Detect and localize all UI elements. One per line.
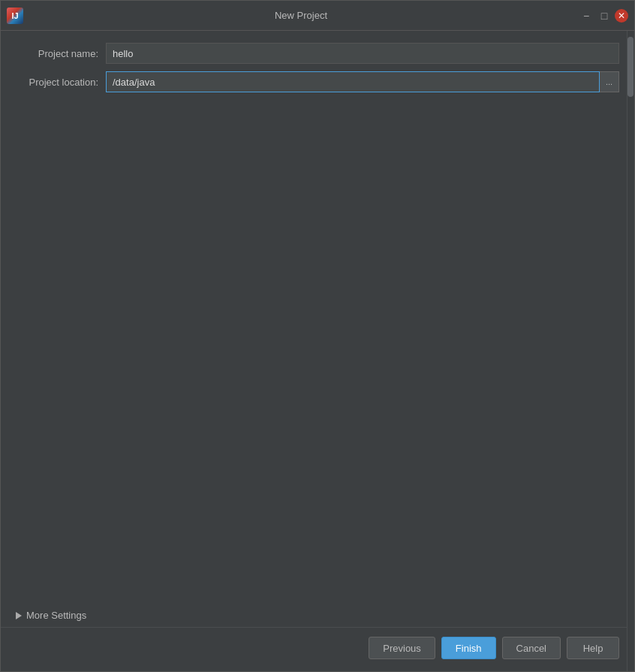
more-settings-label: More Settings	[26, 610, 86, 621]
project-name-input[interactable]	[106, 43, 619, 64]
project-location-label: Project location:	[16, 77, 106, 88]
project-location-input[interactable]	[106, 71, 600, 92]
more-settings-triangle-icon	[16, 612, 22, 619]
new-project-dialog: IJ New Project − □ ✕ Project name: Proje…	[0, 0, 635, 672]
cancel-button[interactable]: Cancel	[502, 637, 561, 659]
main-area	[16, 106, 619, 592]
title-bar-controls: − □ ✕	[579, 8, 628, 23]
minimize-button[interactable]: −	[579, 8, 594, 23]
app-icon: IJ	[7, 8, 23, 24]
help-button[interactable]: Help	[567, 637, 619, 659]
browse-button[interactable]: ...	[600, 71, 619, 92]
project-name-row: Project name:	[16, 43, 619, 64]
scrollbar-track[interactable]	[627, 31, 634, 671]
previous-button[interactable]: Previous	[369, 637, 435, 659]
project-name-label: Project name:	[16, 48, 106, 59]
bottom-section: More Settings	[1, 604, 634, 627]
title-bar-left: IJ	[7, 8, 23, 24]
project-location-field-group: ...	[106, 71, 619, 92]
scrollbar-thumb[interactable]	[627, 37, 633, 97]
title-bar: IJ New Project − □ ✕	[1, 1, 634, 31]
more-settings-toggle[interactable]: More Settings	[16, 604, 619, 627]
project-location-row: Project location: ...	[16, 71, 619, 92]
finish-button[interactable]: Finish	[441, 637, 496, 659]
dialog-content: Project name: Project location: ...	[1, 31, 634, 604]
dialog-title: New Project	[23, 10, 579, 21]
close-button[interactable]: ✕	[615, 9, 628, 23]
button-bar: Previous Finish Cancel Help	[1, 627, 634, 671]
maximize-button[interactable]: □	[597, 8, 612, 23]
